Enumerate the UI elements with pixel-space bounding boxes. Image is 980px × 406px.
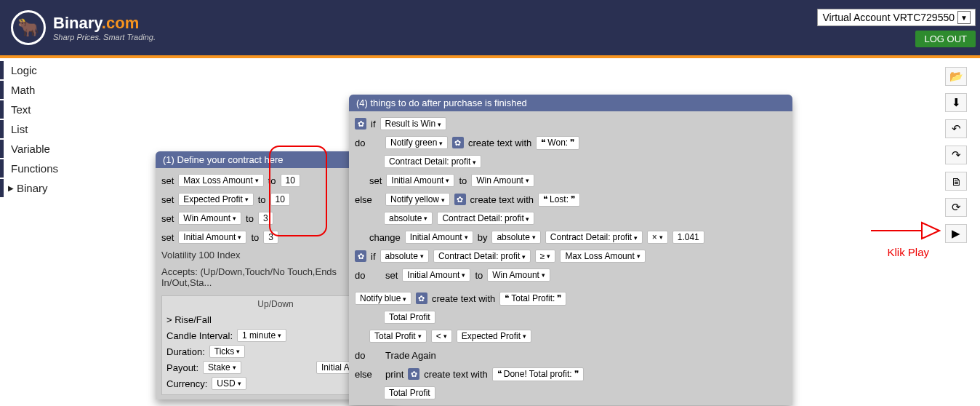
candle-interval[interactable]: 1 minute: [237, 329, 286, 342]
sidebar-item-logic[interactable]: Logic: [0, 61, 74, 79]
contract-detail-profit-3[interactable]: Contract Detail: profit: [545, 231, 643, 244]
brand-main: Binary: [53, 14, 102, 32]
set-initial-amount-2[interactable]: Initial Amount: [402, 268, 470, 282]
contract-detail-profit[interactable]: Contract Detail: profit: [384, 155, 481, 168]
undo-icon[interactable]: ↶: [945, 119, 967, 138]
annotation-text: Klik Play: [887, 246, 929, 258]
text-total-profit[interactable]: ❝ Total Profit: ❞: [499, 292, 566, 306]
tagline: Sharp Prices. Smart Trading.: [53, 33, 156, 41]
download-icon[interactable]: ⬇: [945, 93, 967, 112]
sidebar-item-binary[interactable]: Binary: [0, 179, 74, 197]
logo: 🐂 Binary.com Sharp Prices. Smart Trading…: [11, 10, 156, 45]
chevron-down-icon: ▼: [957, 11, 971, 24]
logo-icon: 🐂: [11, 10, 46, 45]
panel2-title: (4) things to do after purchase is finis…: [349, 95, 792, 111]
result-is[interactable]: Result is Win: [380, 117, 446, 130]
change-initial-amount[interactable]: Initial Amount: [405, 231, 473, 244]
contract-detail-profit-4[interactable]: Contract Detail: profit: [433, 250, 531, 263]
app-header: 🐂 Binary.com Sharp Prices. Smart Trading…: [0, 0, 980, 58]
val-win-amount[interactable]: 3: [258, 212, 273, 225]
text-done[interactable]: ❝ Done! Total profit: ❞: [492, 367, 584, 381]
play-icon[interactable]: ▶: [945, 224, 967, 243]
text-won[interactable]: ❝ Won: ❞: [536, 136, 579, 150]
gear-icon[interactable]: ✿: [452, 137, 464, 148]
contract-detail-profit-2[interactable]: Contract Detail: profit: [437, 212, 534, 225]
sidebar-item-list[interactable]: List: [0, 120, 74, 138]
svg-marker-1: [922, 223, 939, 239]
expected-profit-ref[interactable]: Expected Profit: [457, 330, 531, 343]
gear-icon[interactable]: ✿: [408, 368, 419, 380]
total-profit-ref[interactable]: Total Profit: [384, 311, 435, 324]
account-label: Virtual Account VRTC729550: [822, 12, 955, 23]
category-sidebar: Logic Math Text List Variable Functions …: [0, 61, 74, 199]
sidebar-item-text[interactable]: Text: [0, 100, 74, 119]
win-amount-ref[interactable]: Win Amount: [471, 174, 534, 187]
total-profit-ref-3[interactable]: Total Profit: [384, 386, 435, 399]
logout-button[interactable]: LOG OUT: [915, 31, 976, 47]
doc-icon[interactable]: 🗎: [945, 172, 967, 191]
op-times[interactable]: ×: [647, 231, 668, 244]
payout-type[interactable]: Stake: [203, 361, 241, 374]
notify-blue[interactable]: Notify blue: [355, 292, 411, 305]
gear-icon[interactable]: ✿: [416, 292, 427, 304]
sidebar-item-variable[interactable]: Variable: [0, 140, 74, 158]
duration-type[interactable]: Ticks: [209, 345, 246, 358]
sync-icon[interactable]: ⟳: [945, 198, 967, 217]
panel-after-purchase[interactable]: (4) things to do after purchase is finis…: [349, 95, 792, 405]
var-initial-amount[interactable]: Initial Amount: [178, 231, 246, 244]
absolute-fn[interactable]: absolute: [384, 212, 433, 225]
currency[interactable]: USD: [212, 377, 246, 390]
sidebar-item-functions[interactable]: Functions: [0, 159, 74, 178]
var-win-amount[interactable]: Win Amount: [178, 212, 241, 225]
factor-value[interactable]: 1.041: [672, 231, 704, 244]
sidebar-item-math[interactable]: Math: [0, 81, 74, 99]
op-lt[interactable]: <: [431, 330, 452, 343]
annotation-arrow-icon: [868, 218, 941, 243]
gear-icon[interactable]: ✿: [355, 118, 366, 130]
notify-yellow[interactable]: Notify yellow: [385, 193, 450, 206]
absolute-fn-3[interactable]: absolute: [380, 250, 429, 263]
win-amount-ref-2[interactable]: Win Amount: [487, 268, 550, 282]
val-max-loss[interactable]: 10: [281, 174, 300, 187]
absolute-fn-2[interactable]: absolute: [491, 231, 540, 244]
val-expected-profit[interactable]: 10: [270, 193, 290, 206]
op-gte[interactable]: ≥: [535, 250, 556, 263]
account-select[interactable]: Virtual Account VRTC729550 ▼: [817, 9, 976, 26]
redo-icon[interactable]: ↷: [945, 146, 967, 164]
set-initial-amount[interactable]: Initial Amount: [386, 174, 454, 187]
text-lost[interactable]: ❝ Lost: ❞: [538, 193, 580, 207]
notify-green[interactable]: Notify green: [385, 136, 448, 149]
gear-icon[interactable]: ✿: [454, 194, 466, 205]
var-expected-profit[interactable]: Expected Profit: [178, 193, 253, 206]
right-toolbar: 📂 ⬇ ↶ ↷ 🗎 ⟳ ▶: [945, 67, 967, 243]
gear-icon[interactable]: ✿: [355, 250, 366, 262]
max-loss-ref[interactable]: Max Loss Amount: [560, 250, 645, 263]
var-max-loss[interactable]: Max Loss Amount: [178, 174, 263, 187]
val-initial-amount[interactable]: 3: [263, 231, 278, 244]
open-icon[interactable]: 📂: [945, 67, 967, 86]
total-profit-ref-2[interactable]: Total Profit: [369, 330, 427, 343]
brand-suffix: .com: [102, 14, 139, 32]
